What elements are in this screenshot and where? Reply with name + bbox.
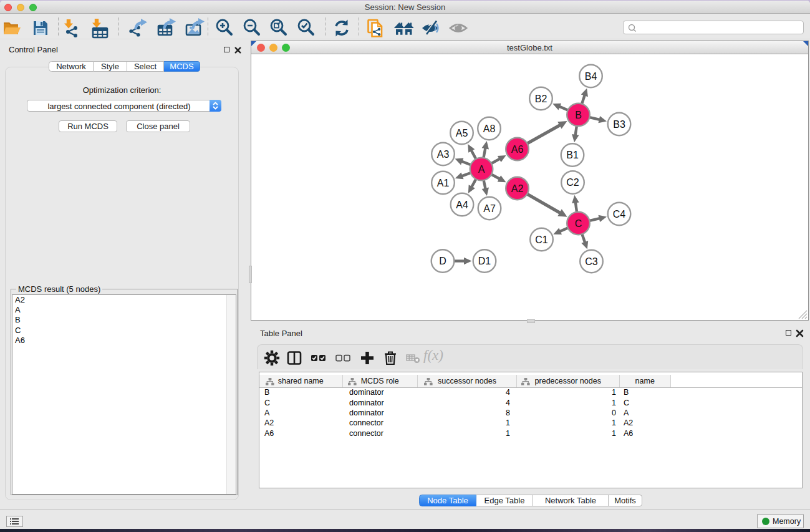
svg-text:A4: A4 [456,200,468,210]
svg-text:A6: A6 [511,144,524,155]
svg-text:C2: C2 [566,177,579,188]
svg-text:A3: A3 [437,149,450,160]
svg-text:B3: B3 [613,119,625,130]
svg-text:B4: B4 [585,71,597,82]
svg-text:A5: A5 [456,128,468,138]
svg-text:B: B [575,110,582,120]
svg-text:C: C [575,218,582,229]
svg-text:C3: C3 [585,256,598,267]
svg-text:D: D [439,256,446,266]
svg-text:A: A [478,164,485,175]
svg-text:C4: C4 [613,209,626,220]
svg-text:B2: B2 [535,94,547,104]
svg-text:A7: A7 [483,203,496,214]
svg-text:A2: A2 [511,183,524,194]
svg-text:A8: A8 [483,123,496,134]
svg-text:D1: D1 [478,256,491,266]
svg-text:A1: A1 [437,178,450,188]
svg-text:C1: C1 [535,235,548,245]
svg-text:B1: B1 [566,150,579,160]
